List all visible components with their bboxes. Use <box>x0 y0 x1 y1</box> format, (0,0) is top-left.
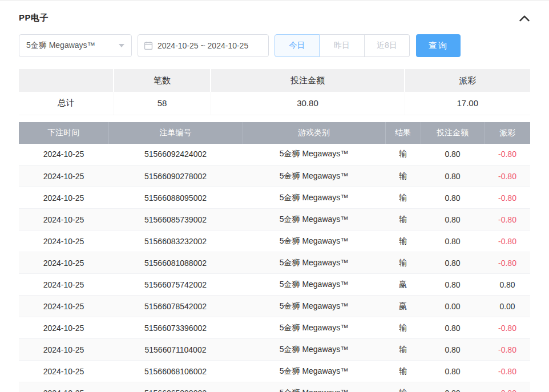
col-header-bet-time: 下注时间 <box>19 122 108 144</box>
summary-header-row: 笔数 投注金额 派彩 <box>19 69 530 92</box>
date-range-input[interactable]: 2024-10-25 ~ 2024-10-25 <box>138 34 269 57</box>
cell-game-type: 5金狮 Megaways™ <box>243 209 385 231</box>
summary-header-bet-amount: 投注金额 <box>211 69 405 92</box>
collapse-chevron-icon[interactable] <box>519 14 530 22</box>
cell-result: 输 <box>385 339 421 361</box>
cell-bet-time: 2024-10-25 <box>19 274 108 296</box>
bet-table-header-row: 下注时间 注单编号 游戏类别 结果 投注金额 派彩 <box>19 122 530 144</box>
cell-bet-amount: 0.80 <box>421 144 485 165</box>
game-select-value: 5金狮 Megaways™ <box>26 41 95 51</box>
cell-result: 输 <box>385 317 421 339</box>
cell-bet-time: 2024-10-25 <box>19 231 108 252</box>
cell-order-id: 51566071104002 <box>108 339 243 361</box>
cell-order-id: 51566092424002 <box>108 144 243 165</box>
cell-bet-amount: 0.80 <box>421 165 485 187</box>
cell-game-type: 5金狮 Megaways™ <box>243 165 385 187</box>
filter-row: 5金狮 Megaways™ 2024-10-25 ~ 2024-10-25 今日… <box>19 34 530 57</box>
summary-header-payout: 派彩 <box>405 69 530 92</box>
cell-order-id: 51566078542002 <box>108 296 243 317</box>
summary-header-empty <box>19 69 114 92</box>
table-row: 2024-10-25 51566078542002 5金狮 Megaways™ … <box>19 296 530 317</box>
cell-bet-time: 2024-10-25 <box>19 165 108 187</box>
bet-table: 下注时间 注单编号 游戏类别 结果 投注金额 派彩 2024-10-25 515… <box>19 122 530 392</box>
table-row: 2024-10-25 51566085739002 5金狮 Megaways™ … <box>19 209 530 231</box>
cell-result: 输 <box>385 187 421 209</box>
table-row: 2024-10-25 51566073396002 5金狮 Megaways™ … <box>19 317 530 339</box>
table-row: 2024-10-25 51566071104002 5金狮 Megaways™ … <box>19 339 530 361</box>
cell-bet-amount: 0.80 <box>421 339 485 361</box>
col-header-order-id: 注单编号 <box>108 122 243 144</box>
cell-bet-time: 2024-10-25 <box>19 187 108 209</box>
cell-bet-time: 2024-10-25 <box>19 209 108 231</box>
cell-payout: -0.80 <box>485 339 530 361</box>
col-header-payout: 派彩 <box>485 122 530 144</box>
cell-bet-amount: 0.00 <box>421 296 485 317</box>
cell-order-id: 51566073396002 <box>108 317 243 339</box>
panel-header: PP电子 <box>19 1 530 34</box>
cell-bet-time: 2024-10-25 <box>19 144 108 165</box>
cell-game-type: 5金狮 Megaways™ <box>243 144 385 165</box>
cell-game-type: 5金狮 Megaways™ <box>243 231 385 252</box>
cell-result: 输 <box>385 144 421 165</box>
cell-payout: -0.80 <box>485 361 530 382</box>
cell-payout: 0.80 <box>485 274 530 296</box>
cell-result: 赢 <box>385 274 421 296</box>
cell-bet-time: 2024-10-25 <box>19 252 108 274</box>
cell-bet-time: 2024-10-25 <box>19 339 108 361</box>
cell-game-type: 5金狮 Megaways™ <box>243 252 385 274</box>
table-row: 2024-10-25 51566092424002 5金狮 Megaways™ … <box>19 144 530 165</box>
cell-order-id: 51566075742002 <box>108 274 243 296</box>
cell-payout: -0.80 <box>485 187 530 209</box>
cell-bet-amount: 0.80 <box>421 274 485 296</box>
game-select[interactable]: 5金狮 Megaways™ <box>19 34 132 57</box>
cell-bet-time: 2024-10-25 <box>19 296 108 317</box>
quick-range-group: 今日 昨日 近8日 <box>274 34 410 57</box>
table-row: 2024-10-25 51566068106002 5金狮 Megaways™ … <box>19 361 530 382</box>
cell-bet-amount: 0.80 <box>421 231 485 252</box>
cell-bet-time: 2024-10-25 <box>19 361 108 382</box>
cell-order-id: 51566085739002 <box>108 209 243 231</box>
quick-button-today[interactable]: 今日 <box>274 34 320 57</box>
summary-total-count: 58 <box>114 92 211 115</box>
cell-bet-amount: 0.80 <box>421 317 485 339</box>
cell-bet-time: 2024-10-25 <box>19 317 108 339</box>
summary-total-payout: 17.00 <box>405 92 530 115</box>
summary-header-count: 笔数 <box>114 69 211 92</box>
cell-result: 赢 <box>385 296 421 317</box>
cell-order-id: 51566090278002 <box>108 165 243 187</box>
cell-order-id: 51566083232002 <box>108 231 243 252</box>
cell-order-id: 51566081088002 <box>108 252 243 274</box>
cell-payout: -0.80 <box>485 231 530 252</box>
calendar-icon <box>144 41 153 50</box>
quick-button-last8days[interactable]: 近8日 <box>365 34 410 57</box>
cell-payout: 0.00 <box>485 296 530 317</box>
table-row: 2024-10-25 51566081088002 5金狮 Megaways™ … <box>19 252 530 274</box>
page-title: PP电子 <box>19 13 49 23</box>
table-row: 2024-10-25 51566083232002 5金狮 Megaways™ … <box>19 231 530 252</box>
cell-payout: -0.80 <box>485 209 530 231</box>
cell-payout: -0.80 <box>485 165 530 187</box>
cell-order-id: 51566065898002 <box>108 382 243 392</box>
cell-order-id: 51566068106002 <box>108 361 243 382</box>
cell-game-type: 5金狮 Megaways™ <box>243 296 385 317</box>
col-header-result: 结果 <box>385 122 421 144</box>
cell-result: 输 <box>385 165 421 187</box>
cell-payout: -0.80 <box>485 252 530 274</box>
summary-total-label: 总计 <box>19 92 114 115</box>
cell-order-id: 51566088095002 <box>108 187 243 209</box>
cell-result: 输 <box>385 361 421 382</box>
cell-game-type: 5金狮 Megaways™ <box>243 317 385 339</box>
cell-payout: -0.80 <box>485 144 530 165</box>
cell-payout: -0.80 <box>485 317 530 339</box>
cell-bet-time: 2024-10-25 <box>19 382 108 392</box>
cell-result: 输 <box>385 231 421 252</box>
query-button[interactable]: 查询 <box>416 34 461 57</box>
cell-bet-amount: 0.80 <box>421 209 485 231</box>
cell-result: 输 <box>385 252 421 274</box>
table-row: 2024-10-25 51566065898002 5金狮 Megaways™ … <box>19 382 530 392</box>
date-range-value: 2024-10-25 ~ 2024-10-25 <box>158 41 248 50</box>
pp-electronic-panel: PP电子 5金狮 Megaways™ 2024-10-25 ~ 2024-10-… <box>0 1 549 392</box>
bet-table-body: 2024-10-25 51566092424002 5金狮 Megaways™ … <box>19 144 530 392</box>
quick-button-yesterday[interactable]: 昨日 <box>320 34 365 57</box>
cell-bet-amount: 0.80 <box>421 382 485 392</box>
